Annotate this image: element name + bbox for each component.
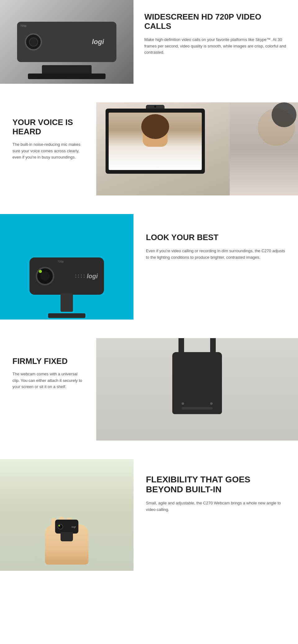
look-best-heading: LOOK YOUR BEST [146,233,286,242]
flexibility-image: logi [0,459,133,571]
look-best-image: 720p logi [0,214,133,320]
webcam-illustration: 720p logi [0,0,133,84]
section-look-best: 720p logi [0,214,298,320]
firmly-fixed-heading: FIRMLY FIXED [12,357,84,366]
webcam-resolution-badge: 720p [20,24,26,27]
flexibility-heading: FLEXIBILITY THAT GOES BEYOND BUILT-IN [146,475,286,494]
flexibility-text-panel: FLEXIBILITY THAT GOES BEYOND BUILT-IN Sm… [133,459,298,571]
brand-label-2: logi [87,273,98,280]
spacer-3 [0,320,298,338]
hand-illustration: logi [0,459,133,571]
look-best-description: Even if you're video calling or recordin… [146,248,286,261]
widescreen-text-panel: WIDESCREEN HD 720P VIDEO CALLS Make high… [133,0,298,84]
clip-body [172,352,222,414]
video-call-illustration [96,102,298,195]
webcam-blue-illustration: 720p logi [0,214,133,320]
webcam-lens [25,34,42,51]
clip-dot-left [182,402,184,405]
webcam-lens-inner [29,37,38,47]
voice-text-panel: YOUR VOICE IS HEARD The built-in noise-r… [0,102,96,195]
webcam-body-2: 720p logi [29,257,104,295]
firmly-fixed-text-panel: FIRMLY FIXED The webcam comes with a uni… [0,338,96,441]
voice-image [96,102,298,195]
webcam-body: 720p logi [17,22,116,62]
webcam-base [48,313,85,318]
widescreen-description: Make high-definition video calls on your… [144,37,287,56]
webcam-label-small: 720p [57,260,64,263]
spacer-2 [0,195,298,214]
firmly-fixed-description: The webcam comes with a universal clip. … [12,371,84,390]
firmly-fixed-image [96,338,298,441]
clip-illustration [96,338,298,441]
section-firmly-fixed: FIRMLY FIXED The webcam comes with a uni… [0,338,298,441]
section-flexibility: logi FLEXIBILITY THAT GOES BEYOND BUILT-… [0,459,298,571]
webcam-lens-2 [36,267,54,285]
spacer-4 [0,441,298,459]
section-voice: YOUR VOICE IS HEARD The built-in noise-r… [0,102,298,195]
spacer-1 [0,84,298,102]
webcam-hero-image: 720p logi [0,0,133,84]
voice-heading: YOUR VOICE IS HEARD [12,118,84,136]
widescreen-heading: WIDESCREEN HD 720P VIDEO CALLS [144,12,287,31]
flexibility-description: Small, agile and adjustable, the C270 We… [146,500,286,513]
look-best-text-panel: LOOK YOUR BEST Even if you're video call… [133,214,298,320]
monitor-screen [109,113,202,170]
section-widescreen: 720p logi WIDESCREEN HD 720P VIDEO CALLS… [0,0,298,84]
clip-dot-right [210,402,213,405]
monitor-shape [106,109,205,174]
voice-description: The built-in noise-reducing mic makes su… [12,141,84,161]
brand-label: logi [92,38,104,46]
webcam-stand [61,293,73,312]
